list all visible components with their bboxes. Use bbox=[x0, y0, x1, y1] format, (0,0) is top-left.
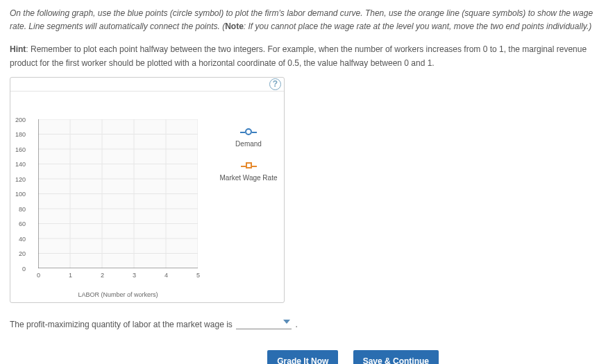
legend-wage-rate[interactable]: Market Wage Rate bbox=[219, 162, 278, 182]
circle-icon bbox=[245, 128, 252, 135]
question-prefix: The profit-maximizing quantity of labor … bbox=[10, 320, 235, 329]
question-suffix: . bbox=[295, 320, 297, 329]
graph-toolbar: ? bbox=[10, 78, 284, 92]
instruction-note-bold: Note bbox=[225, 21, 244, 31]
legend-demand[interactable]: Demand bbox=[219, 128, 278, 148]
chevron-down-icon bbox=[283, 320, 290, 324]
quantity-dropdown[interactable] bbox=[236, 318, 292, 329]
button-bar: Grade It Now Save & Continue bbox=[10, 350, 605, 364]
hint-body: : Remember to plot each point halfway be… bbox=[10, 44, 587, 67]
instruction-part2: : If you cannot place the wage rate at t… bbox=[244, 21, 591, 31]
legend-demand-label: Demand bbox=[219, 140, 278, 148]
question-row: The profit-maximizing quantity of labor … bbox=[10, 318, 605, 329]
legend-wage-label: Market Wage Rate bbox=[219, 174, 278, 182]
graph-body[interactable]: WAGE (Dollars per worker) bbox=[10, 92, 284, 302]
graph-panel: ? WAGE (Dollars per worker) bbox=[10, 77, 285, 303]
square-icon bbox=[246, 162, 252, 168]
save-continue-button[interactable]: Save & Continue bbox=[353, 350, 439, 364]
x-axis-label: LABOR (Number of workers) bbox=[38, 291, 198, 298]
chart-legend: Demand Market Wage Rate bbox=[219, 128, 278, 196]
plot-area[interactable] bbox=[38, 119, 198, 268]
hint-text: Hint: Remember to plot each point halfwa… bbox=[10, 43, 605, 69]
grade-button[interactable]: Grade It Now bbox=[267, 350, 338, 364]
instructions-text: On the following graph, use the blue poi… bbox=[10, 7, 605, 33]
hint-bold: Hint bbox=[10, 44, 26, 54]
help-icon[interactable]: ? bbox=[269, 78, 281, 90]
